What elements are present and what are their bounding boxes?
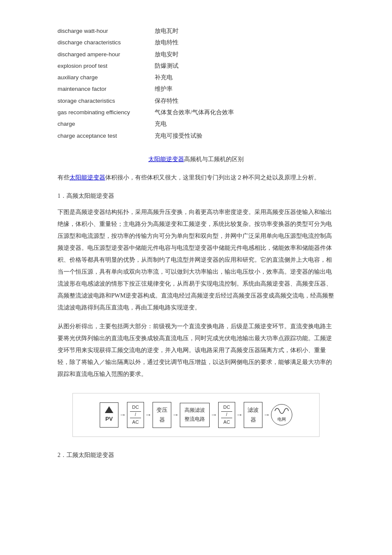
term-cn-2: 放电特性 <box>155 37 179 48</box>
term-en-8: gas recombinating efficiency <box>58 107 151 118</box>
dcac1-top: DC <box>130 404 141 410</box>
pv-label: PV <box>105 414 112 424</box>
arrow-6: → <box>263 409 270 421</box>
section2-heading: 2．工频太阳能逆变器 <box>58 450 334 460</box>
glossary-row-4: explosion proof test 防爆测试 <box>58 61 334 71</box>
article-title: 太阳能逆变器高频机与工频机的区别 <box>58 154 334 165</box>
term-en-6: maintenance factor <box>58 84 151 94</box>
diagram-dcac-block-2: DC / AC <box>218 402 235 428</box>
term-cn-3: 放电安时 <box>155 49 179 60</box>
grid-label: 电网 <box>277 416 286 423</box>
transformer-label-line2: 器 <box>156 415 167 425</box>
output-filter-label-line1: 滤波 <box>248 405 259 415</box>
glossary-row-5: auxiliary charge 补充电 <box>58 72 334 83</box>
term-en-5: auxiliary charge <box>58 72 151 83</box>
article-title-suffix: 高频机与工频机的区别 <box>184 156 244 162</box>
intro-link[interactable]: 太阳能逆变器 <box>69 174 105 181</box>
dcac2-bot: AC <box>221 419 232 425</box>
glossary-row-3: discharged ampere-hour 放电安时 <box>58 49 334 60</box>
transformer-label-line1: 变压 <box>156 405 167 415</box>
term-en-1: discharge watt-hour <box>58 26 151 36</box>
dcac1-bot: AC <box>130 419 141 425</box>
diagram-pv-block: PV <box>100 402 118 428</box>
section1-para2: 从图分析得出，主要包括两大部分：前级视为一个直流变换电路，后级是工频逆变环节。直… <box>58 321 334 380</box>
term-en-3: discharged ampere-hour <box>58 49 151 60</box>
arrow-2: → <box>145 409 152 421</box>
arrow-5: → <box>236 409 243 421</box>
glossary-section: discharge watt-hour 放电瓦时 discharge chara… <box>58 26 334 141</box>
term-cn-10: 充电可接受性试验 <box>155 130 202 141</box>
diagram-output-filter-block: 滤波 器 <box>244 402 262 428</box>
glossary-row-7: storage characteristics 保存特性 <box>58 95 334 106</box>
arrow-1: → <box>119 409 126 421</box>
dcac2-divider: / <box>221 411 232 418</box>
term-cn-7: 保存特性 <box>155 95 179 106</box>
term-en-9: charge <box>58 119 151 129</box>
dcac2-top: DC <box>221 404 232 410</box>
section1-heading: 1．高频太阳能逆变器 <box>58 191 334 201</box>
diagram-grid-circle: 电网 <box>271 404 292 425</box>
term-en-2: discharge characteristics <box>58 38 151 48</box>
filter-label-line1: 高频滤波 <box>184 406 205 415</box>
filter-label-line2: 整流电路 <box>184 415 205 424</box>
section1-para1: 下图是高频逆变器结构拓扑，采用高频升压变换，向着更高功率密度逆变。采用高频变压器… <box>58 206 334 314</box>
dcac1-divider: / <box>130 411 141 418</box>
term-cn-5: 补充电 <box>155 72 173 83</box>
article-section: 太阳能逆变器高频机与工频机的区别 有些太阳能逆变器体积很小，有些体积又很大，这里… <box>58 154 334 460</box>
glossary-row-1: discharge watt-hour 放电瓦时 <box>58 26 334 36</box>
term-cn-8: 气体复合效率/气体再化合效率 <box>155 107 234 118</box>
glossary-row-6: maintenance factor 维护率 <box>58 84 334 94</box>
output-filter-label-line2: 器 <box>248 415 259 425</box>
arrow-3: → <box>172 409 179 421</box>
term-cn-6: 维护率 <box>155 84 173 94</box>
pv-triangle-icon <box>105 406 113 413</box>
term-en-10: charge acceptance test <box>58 131 151 141</box>
article-intro: 有些太阳能逆变器体积很小，有些体积又很大，这里我们专门列出这２种不同之处以及原理… <box>58 172 334 184</box>
term-en-4: explosion proof test <box>58 61 151 71</box>
glossary-row-9: charge 充电 <box>58 119 334 129</box>
sine-wave-icon <box>274 407 289 415</box>
term-cn-4: 防爆测试 <box>155 61 179 71</box>
glossary-row-10: charge acceptance test 充电可接受性试验 <box>58 130 334 141</box>
term-en-7: storage characteristics <box>58 96 151 106</box>
term-cn-1: 放电瓦时 <box>155 26 179 36</box>
arrow-4: → <box>210 409 217 421</box>
article-title-link[interactable]: 太阳能逆变器 <box>148 156 184 162</box>
diagram-dcac-block-1: DC / AC <box>127 402 144 428</box>
glossary-row-8: gas recombinating efficiency 气体复合效率/气体再化… <box>58 107 334 118</box>
circuit-diagram: PV → DC / AC → 变压 器 → 高频滤波 整流电路 → <box>72 393 320 437</box>
term-cn-9: 充电 <box>155 119 167 129</box>
diagram-filter-block: 高频滤波 整流电路 <box>180 403 210 427</box>
glossary-row-2: discharge characteristics 放电特性 <box>58 37 334 48</box>
diagram-inner: PV → DC / AC → 变压 器 → 高频滤波 整流电路 → <box>100 402 292 428</box>
diagram-transformer-block: 变压 器 <box>153 402 171 428</box>
